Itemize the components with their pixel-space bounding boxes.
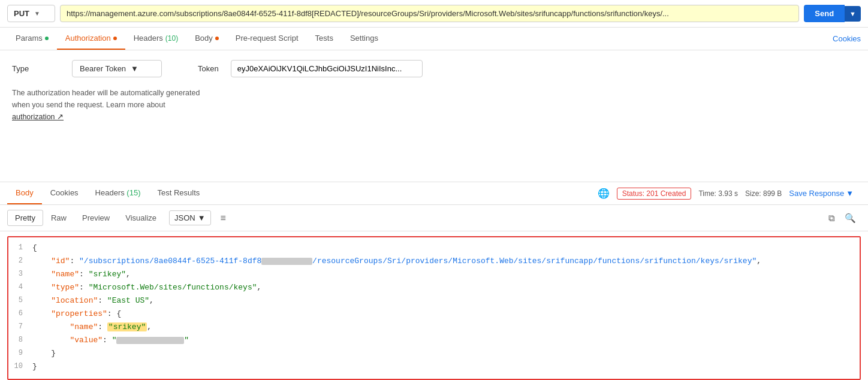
body-dot <box>215 37 219 40</box>
json-line-9: 9 } <box>8 348 860 361</box>
response-tabs: Body Cookies Headers (15) Test Results 🌐… <box>0 182 868 205</box>
resp-tab-cookies[interactable]: Cookies <box>42 182 87 204</box>
save-response-chevron-icon: ▼ <box>846 189 854 198</box>
params-dot <box>45 37 49 40</box>
type-select[interactable]: Bearer Token ▼ <box>72 60 162 77</box>
type-select-value: Bearer Token <box>80 64 126 73</box>
auth-section: Type Bearer Token ▼ Token The authorizat… <box>0 50 868 182</box>
resp-tab-test-results[interactable]: Test Results <box>149 182 208 204</box>
copy-icon[interactable]: ⧉ <box>824 210 840 226</box>
json-line-7: 7 "name": "srikey", <box>8 321 860 334</box>
search-icon[interactable]: 🔍 <box>840 210 861 226</box>
status-badge: Status: 201 Created <box>617 188 692 200</box>
fmt-tab-pretty[interactable]: Pretty <box>7 210 43 226</box>
send-button-group: Send ▼ <box>804 5 861 22</box>
token-label: Token <box>198 64 219 73</box>
tab-tests[interactable]: Tests <box>307 28 342 50</box>
tab-params[interactable]: Params <box>7 28 57 50</box>
method-select[interactable]: PUT ▼ <box>7 5 55 22</box>
json-line-4: 4 "type": "Microsoft.Web/sites/functions… <box>8 282 860 295</box>
token-section: Token <box>198 60 423 77</box>
type-label: Type <box>12 64 36 73</box>
send-button[interactable]: Send <box>804 5 845 22</box>
tab-authorization[interactable]: Authorization <box>57 28 125 50</box>
format-select[interactable]: JSON ▼ <box>169 210 211 225</box>
response-section: Body Cookies Headers (15) Test Results 🌐… <box>0 182 868 380</box>
tab-settings[interactable]: Settings <box>342 28 387 50</box>
auth-learn-more-link[interactable]: authorization ↗ <box>12 113 64 121</box>
resp-tab-headers[interactable]: Headers (15) <box>87 182 149 204</box>
fmt-tab-raw[interactable]: Raw <box>43 210 74 226</box>
json-line-6: 6 "properties": { <box>8 308 860 321</box>
response-body: 1 { 2 "id": "/subscriptions/8ae0844f-652… <box>7 236 861 380</box>
resp-tab-body[interactable]: Body <box>7 182 42 204</box>
json-line-8: 8 "value": "REDACTED" <box>8 334 860 348</box>
method-chevron-icon: ▼ <box>34 10 40 17</box>
fmt-tab-visualize[interactable]: Visualize <box>117 210 164 226</box>
wrap-icon[interactable]: ≡ <box>216 210 231 226</box>
resp-time: Time: 3.93 s <box>698 189 738 198</box>
format-select-value: JSON <box>174 213 195 222</box>
cookies-link[interactable]: Cookies <box>833 28 861 49</box>
save-response-button[interactable]: Save Response ▼ <box>789 189 854 198</box>
auth-row: Type Bearer Token ▼ Token <box>12 60 856 77</box>
json-line-10: 10 } <box>8 361 860 374</box>
json-line-5: 5 "location": "East US", <box>8 295 860 308</box>
url-input[interactable] <box>60 5 799 22</box>
method-value: PUT <box>14 9 29 18</box>
format-select-chevron-icon: ▼ <box>198 213 206 222</box>
tab-body[interactable]: Body <box>186 28 227 50</box>
tab-headers[interactable]: Headers (10) <box>125 28 186 50</box>
globe-icon[interactable]: 🌐 <box>598 188 610 199</box>
token-input[interactable] <box>231 60 423 77</box>
id-link[interactable]: "/subscriptions/8ae0844f-6525-411f-8df8R… <box>79 257 757 266</box>
json-line-3: 3 "name": "srikey", <box>8 269 860 282</box>
json-line-1: 1 { <box>8 242 860 255</box>
format-toolbar: Pretty Raw Preview Visualize JSON ▼ ≡ ⧉ … <box>0 205 868 231</box>
auth-description: The authorization header will be automat… <box>12 87 204 123</box>
authorization-dot <box>113 37 117 40</box>
json-line-2: 2 "id": "/subscriptions/8ae0844f-6525-41… <box>8 255 860 269</box>
resp-size: Size: 899 B <box>745 189 782 198</box>
resp-meta: 🌐 Status: 201 Created Time: 3.93 s Size:… <box>590 188 861 200</box>
request-tabs: Params Authorization Headers (10) Body P… <box>0 28 868 50</box>
tab-pre-request[interactable]: Pre-request Script <box>227 28 307 50</box>
json-content: 1 { 2 "id": "/subscriptions/8ae0844f-652… <box>8 237 860 379</box>
fmt-tab-preview[interactable]: Preview <box>74 210 117 226</box>
type-chevron-icon: ▼ <box>131 64 138 73</box>
send-dropdown-button[interactable]: ▼ <box>845 6 861 22</box>
url-bar: PUT ▼ Send ▼ <box>0 0 868 28</box>
